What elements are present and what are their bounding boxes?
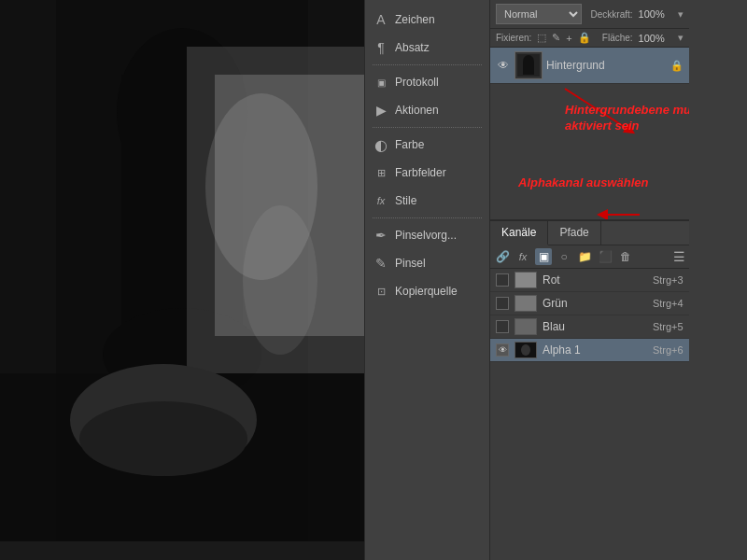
stile-label: Stile — [395, 194, 416, 207]
pinselvorgaben-icon: ✒ — [373, 227, 389, 244]
opacity-label: Deckkraft: — [591, 9, 633, 20]
panel-item-protokoll[interactable]: ▣ Protokoll — [365, 68, 489, 96]
channels-panel-menu-icon[interactable]: ☰ — [673, 249, 685, 264]
layer-item-hintergrund[interactable]: 👁 Hintergrund 🔒 — [490, 48, 689, 84]
lock-fill-row: Fixieren: ⬚ ✎ + 🔒 Fläche: 100% ▾ — [490, 29, 689, 48]
tab-pfade[interactable]: Pfade — [548, 221, 600, 245]
blend-mode-select[interactable]: Normal — [496, 4, 582, 24]
channel-name-blau: Blau — [543, 320, 647, 333]
annotation-text-1: Hintergrundebene muss aktiviert sein — [565, 103, 689, 134]
absatz-label: Absatz — [395, 41, 430, 54]
absatz-icon: ¶ — [373, 39, 389, 56]
channel-shortcut-gruen: Strg+4 — [653, 298, 684, 309]
channel-visibility-alpha1[interactable]: 👁 — [496, 343, 509, 357]
panel-item-kopierquelle[interactable]: ⊡ Kopierquelle — [365, 277, 489, 305]
farbfelder-label: Farbfelder — [395, 166, 446, 179]
protokoll-label: Protokoll — [395, 76, 439, 89]
channels-tabs: Kanäle Pfade — [490, 221, 689, 245]
channel-fx-icon[interactable]: fx — [514, 248, 531, 265]
fixieren-label: Fixieren: — [496, 33, 531, 43]
fill-value: 100% — [639, 33, 672, 44]
image-canvas-area — [0, 0, 364, 560]
layer-lock-icon: 🔒 — [670, 60, 684, 72]
farbfelder-icon: ⊞ — [373, 164, 389, 181]
opacity-dropdown-icon[interactable]: ▾ — [678, 8, 684, 21]
svg-point-9 — [243, 205, 317, 355]
layer-annotation-area: Hintergrundebene muss aktiviert sein — [490, 84, 689, 168]
panel-item-farbfelder[interactable]: ⊞ Farbfelder — [365, 159, 489, 187]
channel-shortcut-blau: Strg+5 — [653, 321, 684, 332]
channel-square-icon[interactable]: ⬛ — [597, 248, 613, 265]
channels-annotation-area: Alphakanal auswählen — [490, 168, 689, 219]
channel-circle-icon[interactable]: ○ — [556, 248, 572, 265]
fill-dropdown-icon[interactable]: ▾ — [678, 32, 684, 44]
panel-item-farbe[interactable]: ◐ Farbe — [365, 131, 489, 159]
kopierquelle-label: Kopierquelle — [395, 285, 458, 298]
channel-name-rot: Rot — [543, 273, 647, 287]
panel-item-stile[interactable]: fx Stile — [365, 187, 489, 215]
lock-transparent-icon[interactable]: ⬚ — [537, 32, 546, 44]
aktionen-label: Aktionen — [395, 104, 439, 117]
channel-thumb-blau — [514, 318, 537, 335]
channel-name-alpha1: Alpha 1 — [543, 343, 647, 357]
farbe-icon: ◐ — [373, 136, 389, 153]
channel-item-blau[interactable]: Blau Strg+5 — [490, 315, 689, 339]
lock-all-icon[interactable]: 🔒 — [578, 32, 591, 44]
channel-visibility-rot[interactable] — [496, 273, 509, 287]
blend-mode-row: Normal Deckkraft: 100% ▾ — [490, 0, 689, 29]
channel-item-gruen[interactable]: Grün Strg+4 — [490, 292, 689, 315]
channel-shortcut-alpha1: Strg+6 — [653, 344, 684, 356]
channel-visibility-gruen[interactable] — [496, 297, 509, 310]
opacity-value: 100% — [639, 8, 672, 20]
channel-item-rot[interactable]: Rot Strg+3 — [490, 269, 689, 292]
channel-delete-icon[interactable]: 🗑 — [617, 248, 634, 265]
annotation-arrow-2 — [490, 168, 747, 219]
panel-item-pinselvorgaben[interactable]: ✒ Pinselvorg... — [365, 221, 489, 249]
channel-thumb-gruen — [514, 295, 537, 312]
channel-folder-icon[interactable]: 📁 — [576, 248, 593, 265]
channel-shortcut-rot: Strg+3 — [653, 274, 684, 286]
farbe-label: Farbe — [395, 138, 424, 151]
channels-toolbar: 🔗 fx ▣ ○ 📁 ⬛ 🗑 ☰ — [490, 245, 689, 269]
layer-visibility-toggle[interactable]: 👁 — [496, 58, 511, 73]
channel-name-gruen: Grün — [543, 297, 647, 310]
pinselvorgaben-label: Pinselvorg... — [395, 229, 457, 242]
svg-rect-16 — [523, 62, 534, 75]
channel-thumb-alpha1 — [514, 342, 537, 358]
panels-list: A Zeichen ¶ Absatz ▣ Protokoll ▶ Aktione… — [364, 0, 490, 560]
zeichen-label: Zeichen — [395, 13, 435, 26]
pinsel-icon: ✎ — [373, 255, 389, 272]
lock-position-icon[interactable]: + — [566, 33, 571, 44]
pinsel-label: Pinsel — [395, 257, 426, 270]
channel-link-icon[interactable]: 🔗 — [494, 248, 511, 265]
channels-panel: Kanäle Pfade 🔗 fx ▣ ○ 📁 ⬛ 🗑 ☰ Rot Strg+3… — [490, 219, 689, 362]
fill-label: Fläche: — [602, 33, 633, 43]
channel-visibility-blau[interactable] — [496, 320, 509, 333]
layer-name: Hintergrund — [546, 59, 667, 72]
tab-kanaele[interactable]: Kanäle — [490, 221, 548, 245]
aktionen-icon: ▶ — [373, 102, 389, 119]
zeichen-icon: A — [373, 11, 389, 28]
channel-thumb-rot — [514, 272, 537, 288]
channel-selection-icon[interactable]: ▣ — [535, 248, 552, 265]
layer-thumbnail — [514, 51, 543, 79]
channel-item-alpha1[interactable]: 👁 Alpha 1 Strg+6 — [490, 339, 689, 362]
protokoll-icon: ▣ — [373, 74, 389, 91]
svg-point-20 — [521, 344, 530, 356]
panel-item-absatz[interactable]: ¶ Absatz — [365, 34, 489, 62]
panel-item-aktionen[interactable]: ▶ Aktionen — [365, 96, 489, 124]
panel-item-pinsel[interactable]: ✎ Pinsel — [365, 249, 489, 277]
panel-item-zeichen[interactable]: A Zeichen — [365, 6, 489, 34]
lock-brush-icon[interactable]: ✎ — [552, 32, 560, 44]
stile-icon: fx — [373, 192, 389, 209]
right-panel: Normal Deckkraft: 100% ▾ Fixieren: ⬚ ✎ +… — [490, 0, 689, 560]
kopierquelle-icon: ⊡ — [373, 283, 389, 300]
svg-point-12 — [79, 401, 247, 476]
